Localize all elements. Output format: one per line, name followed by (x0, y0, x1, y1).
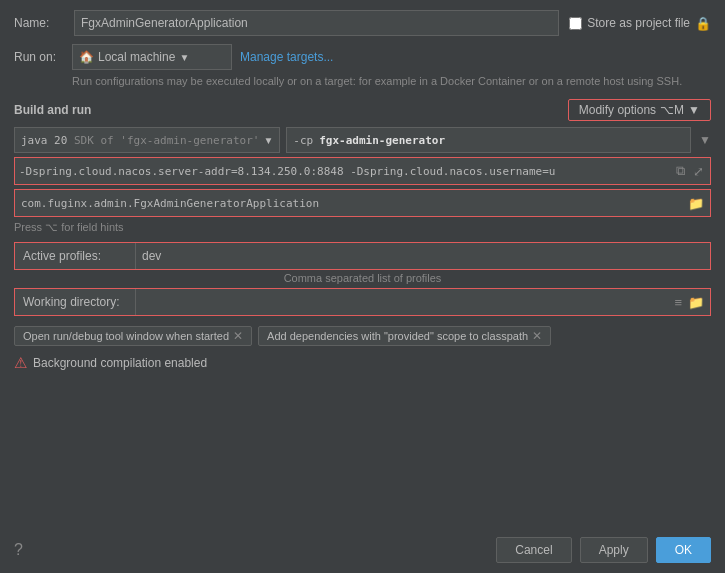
store-project-container: Store as project file 🔒 (569, 16, 711, 31)
dir-folder-icon[interactable]: 📁 (686, 295, 706, 310)
dir-list-icon[interactable]: ≡ (672, 295, 684, 310)
tag-chip-1: Add dependencies with "provided" scope t… (258, 326, 551, 346)
sdk-select[interactable]: java 20 SDK of 'fgx-admin-generator' ▼ (14, 127, 280, 153)
cp-prefix: -cp (293, 134, 313, 147)
sdk-label: java 20 SDK of 'fgx-admin-generator' (21, 134, 259, 147)
lock-icon: 🔒 (695, 16, 711, 31)
folder-icon[interactable]: 📁 (688, 196, 704, 211)
cp-chevron-icon: ▼ (699, 133, 711, 147)
profiles-hint: Comma separated list of profiles (14, 272, 711, 284)
bottom-bar: ? Cancel Apply OK (14, 531, 711, 563)
working-dir-row: Working directory: ≡ 📁 (14, 288, 711, 316)
store-project-checkbox[interactable] (569, 17, 582, 30)
tag-label-1: Add dependencies with "provided" scope t… (267, 330, 528, 342)
run-on-label: Run on: (14, 50, 64, 64)
tag-close-0[interactable]: ✕ (233, 329, 243, 343)
section-header: Build and run Modify options ⌥M ▼ (14, 99, 711, 121)
top-bar: Name: Store as project file 🔒 (14, 10, 711, 36)
sdk-version: java 20 (21, 134, 67, 147)
active-profiles-row: Active profiles: (14, 242, 711, 270)
cp-field: -cp fgx-admin-generator (286, 127, 691, 153)
bottom-right-buttons: Cancel Apply OK (496, 537, 711, 563)
help-button[interactable]: ? (14, 541, 23, 559)
tag-close-1[interactable]: ✕ (532, 329, 542, 343)
name-input[interactable] (74, 10, 559, 36)
field-hint: Press ⌥ for field hints (14, 221, 711, 234)
run-on-value: Local machine (98, 50, 175, 64)
home-icon: 🏠 (79, 50, 94, 64)
warning-text: Background compilation enabled (33, 356, 207, 370)
section-title: Build and run (14, 103, 91, 117)
vm-icons: ⧉ ⤢ (674, 163, 706, 179)
tag-chip-0: Open run/debug tool window when started … (14, 326, 252, 346)
chevron-down-icon: ▼ (688, 103, 700, 117)
run-on-description: Run configurations may be executed local… (72, 74, 711, 89)
modify-options-button[interactable]: Modify options ⌥M ▼ (568, 99, 711, 121)
sdk-detail: SDK of 'fgx-admin-generator' (74, 134, 259, 147)
apply-button[interactable]: Apply (580, 537, 648, 563)
cancel-button[interactable]: Cancel (496, 537, 571, 563)
main-class-row: 📁 (14, 189, 711, 217)
dir-icons: ≡ 📁 (672, 295, 710, 310)
active-profiles-input[interactable] (135, 243, 710, 269)
run-on-select[interactable]: 🏠 Local machine ▼ (72, 44, 232, 70)
sdk-chevron-icon: ▼ (263, 135, 273, 146)
warning-icon: ⚠ (14, 354, 27, 372)
run-on-row: Run on: 🏠 Local machine ▼ Manage targets… (14, 44, 711, 70)
vm-expand-icon[interactable]: ⤢ (691, 164, 706, 179)
run-config-dialog: Name: Store as project file 🔒 Run on: 🏠 … (0, 0, 725, 573)
ok-button[interactable]: OK (656, 537, 711, 563)
working-dir-label: Working directory: (15, 291, 135, 313)
main-class-input[interactable] (21, 197, 688, 210)
warning-row: ⚠ Background compilation enabled (14, 354, 711, 372)
modify-options-shortcut: ⌥M (660, 103, 684, 117)
working-dir-input[interactable] (135, 289, 672, 315)
chevron-down-icon: ▼ (179, 52, 189, 63)
store-project-label: Store as project file (587, 16, 690, 30)
sdk-row: java 20 SDK of 'fgx-admin-generator' ▼ -… (14, 127, 711, 153)
tags-row: Open run/debug tool window when started … (14, 326, 711, 346)
vm-copy-icon[interactable]: ⧉ (674, 163, 687, 179)
vm-options-row: ⧉ ⤢ (14, 157, 711, 185)
tag-label-0: Open run/debug tool window when started (23, 330, 229, 342)
cp-value: fgx-admin-generator (319, 134, 445, 147)
active-profiles-label: Active profiles: (15, 245, 135, 267)
name-label: Name: (14, 16, 64, 30)
vm-options-input[interactable] (19, 165, 674, 178)
manage-targets-link[interactable]: Manage targets... (240, 50, 333, 64)
modify-options-label: Modify options (579, 103, 656, 117)
